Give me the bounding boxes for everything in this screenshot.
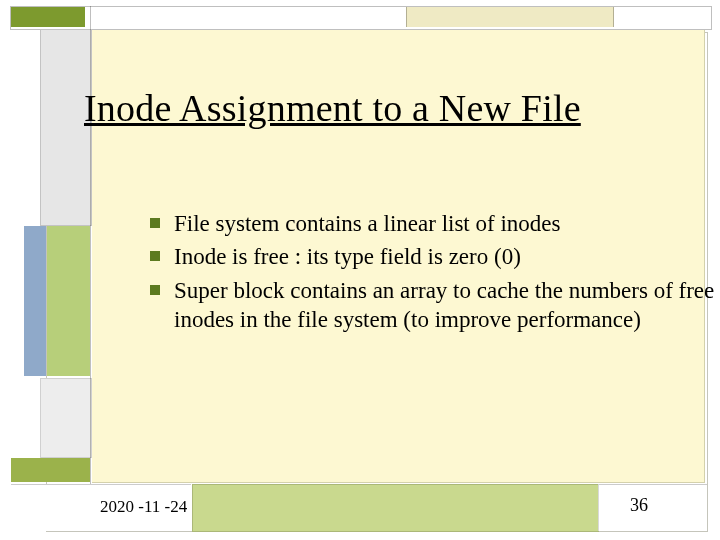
footer-page-number: 36 [630,495,648,516]
deco-left-green [47,226,90,376]
deco-bottom-right [598,484,707,531]
deco-bottom-green [192,484,599,532]
bullet-list: File system contains a linear list of in… [104,209,720,339]
footer-date: 2020 -11 -24 [100,497,187,517]
list-item: Super block contains an array to cache t… [144,276,720,335]
deco-left-grey-lower [40,378,92,458]
deco-left-blue [24,226,46,376]
deco-left-olive-lower [11,458,90,482]
deco-vertical-line [90,6,91,531]
slide-title: Inode Assignment to a New File [84,86,704,130]
list-item: File system contains a linear list of in… [144,209,720,238]
list-item: Inode is free : its type field is zero (… [144,242,720,271]
deco-top-olive [11,7,85,27]
deco-top-cream [406,7,614,27]
slide: Inode Assignment to a New File File syst… [0,0,720,540]
